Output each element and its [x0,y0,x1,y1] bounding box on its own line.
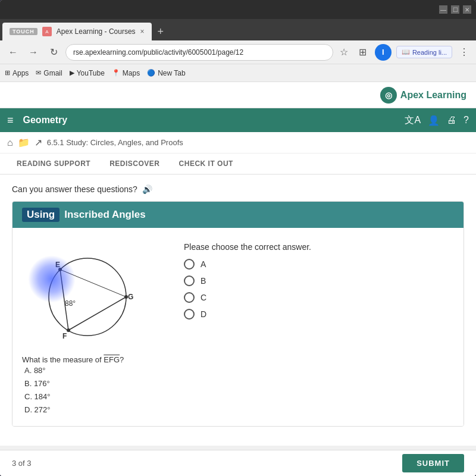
question-prompt: Can you answer these questions? 🔊 [12,184,464,194]
radio-option-c[interactable]: C [184,292,454,303]
star-icon[interactable]: ☆ [337,45,351,60]
radio-option-d[interactable]: D [184,309,454,320]
bookmark-maps-label: Maps [123,69,140,77]
sub-nav: READING SUPPORT REDISCOVER CHECK IT OUT [0,154,476,175]
tab-close-icon[interactable]: × [140,27,145,36]
question-text: What is the measure of EFG? [22,355,165,364]
hamburger-icon[interactable]: ≡ [7,114,14,127]
url-text: rse.apexlearning.com/public/activity/600… [73,48,243,57]
menu-icon[interactable]: ⋮ [457,45,471,60]
title-bar: — ☐ ✕ [0,0,476,19]
youtube-icon: ▶ [70,69,74,77]
breadcrumb-lesson: 6.5.1 Study: Circles, Angles, and Proofs [47,138,183,147]
radio-option-a[interactable]: A [184,259,454,270]
bookmark-gmail[interactable]: ✉ Gmail [36,69,62,77]
inscribed-angles-card: Using Inscribed Angles [12,201,464,427]
bookmark-maps[interactable]: 📍 Maps [112,69,140,77]
svg-line-2 [68,297,126,330]
sub-nav-rediscover-label: REDISCOVER [109,159,159,168]
toolbar-right: ☆ ⊞ I 📖 Reading li... ⋮ [337,44,471,61]
audio-button[interactable]: 🔊 [142,184,152,194]
bookmark-gmail-label: Gmail [43,69,62,77]
sub-nav-rediscover[interactable]: REDISCOVER [100,154,169,175]
radio-circle-a[interactable] [184,259,195,270]
forward-button[interactable]: → [25,44,42,61]
link-icon: ↗ [35,137,42,148]
folder-icon[interactable]: 📁 [18,137,30,148]
apex-header: ◎ Apex Learning [0,82,476,108]
address-bar: ← → ↻ rse.apexlearning.com/public/activi… [0,40,476,64]
url-input[interactable]: rse.apexlearning.com/public/activity/600… [65,44,333,61]
extensions-icon[interactable]: ⊞ [356,45,370,60]
choice-b: B. 176° [24,377,165,390]
svg-point-7 [58,268,62,271]
radio-circle-d[interactable] [184,309,195,320]
radio-label-c: C [201,293,206,302]
svg-text:G: G [128,293,133,301]
radio-group: A B C D [184,259,454,320]
radio-label-b: B [201,276,206,286]
submit-button[interactable]: SUBMIT [402,454,464,472]
question-choices: A. 88° B. 176° C. 184° D. 272° [22,364,165,416]
radio-option-b[interactable]: B [184,275,454,286]
main-content: Can you answer these questions? 🔊 Using … [0,175,476,446]
apps-grid-icon: ⊞ [5,69,10,77]
bookmark-youtube-label: YouTube [77,69,105,77]
sub-nav-reading-support-label: READING SUPPORT [17,159,90,168]
circle-diagram: 88° E F G [22,237,147,350]
profile-button[interactable]: I [375,44,392,61]
back-button[interactable]: ← [5,44,21,61]
radio-label-a: A [201,259,206,269]
choice-a: A. 88° [24,364,165,377]
answer-section: Please choose the correct answer. A B [184,237,454,416]
card-highlight-text: Using [27,209,55,220]
bookmark-apps-label: Apps [12,69,29,77]
answer-prompt-text: Please choose the correct answer. [184,242,454,252]
apex-logo-icon: ◎ [380,87,397,104]
maximize-button[interactable]: ☐ [451,5,459,14]
diagram-section: 88° E F G What is the measure of EFG? [22,237,165,416]
help-icon[interactable]: ? [464,115,469,126]
card-header-highlight: Using [22,208,60,222]
bookmark-newtab[interactable]: 🔵 New Tab [147,69,185,77]
page-count: 3 of 3 [12,459,32,468]
tab-bar: TOUCH A Apex Learning - Courses × + [0,19,476,40]
tab-favicon: A [42,27,52,36]
svg-text:F: F [62,332,67,340]
close-button[interactable]: ✕ [463,5,471,14]
sub-nav-reading-support[interactable]: READING SUPPORT [7,154,100,175]
translate-icon[interactable]: 文A [405,114,421,127]
apex-logo-text: Apex Learning [400,90,466,101]
reading-label: Reading li... [412,49,447,56]
home-icon[interactable]: ⌂ [7,137,13,148]
apex-logo: ◎ Apex Learning [380,87,466,104]
arc-label: 88° [65,299,76,308]
active-tab[interactable]: TOUCH A Apex Learning - Courses × [2,23,152,40]
choice-c: C. 184° [24,390,165,403]
browser-window: — ☐ ✕ TOUCH A Apex Learning - Courses × … [0,0,476,476]
breadcrumb-bar: ⌂ 📁 ↗ 6.5.1 Study: Circles, Angles, and … [0,132,476,154]
bookmark-youtube[interactable]: ▶ YouTube [70,69,105,77]
minimize-button[interactable]: — [439,5,447,14]
people-icon[interactable]: 👤 [428,115,440,126]
radio-circle-b[interactable] [184,275,195,286]
newtab-icon: 🔵 [147,69,155,77]
reading-button[interactable]: 📖 Reading li... [396,46,452,58]
sub-nav-check-label: CHECK IT OUT [179,159,233,168]
svg-line-3 [60,270,126,297]
radio-label-d: D [201,309,206,319]
refresh-button[interactable]: ↻ [45,44,62,61]
choice-d: D. 272° [24,403,165,416]
course-nav: ≡ Geometry 文A 👤 🖨 ? [0,108,476,132]
new-tab-button[interactable]: + [153,23,169,40]
radio-circle-c[interactable] [184,292,195,303]
course-nav-right: 文A 👤 🖨 ? [405,114,469,127]
sub-nav-check-it-out[interactable]: CHECK IT OUT [170,154,243,175]
print-icon[interactable]: 🖨 [447,115,456,126]
svg-point-8 [67,328,70,332]
bookmark-apps[interactable]: ⊞ Apps [5,69,29,77]
bookmark-newtab-label: New Tab [158,69,185,77]
question-prompt-text: Can you answer these questions? [12,184,137,194]
gmail-icon: ✉ [36,69,41,77]
course-title: Geometry [23,115,68,126]
